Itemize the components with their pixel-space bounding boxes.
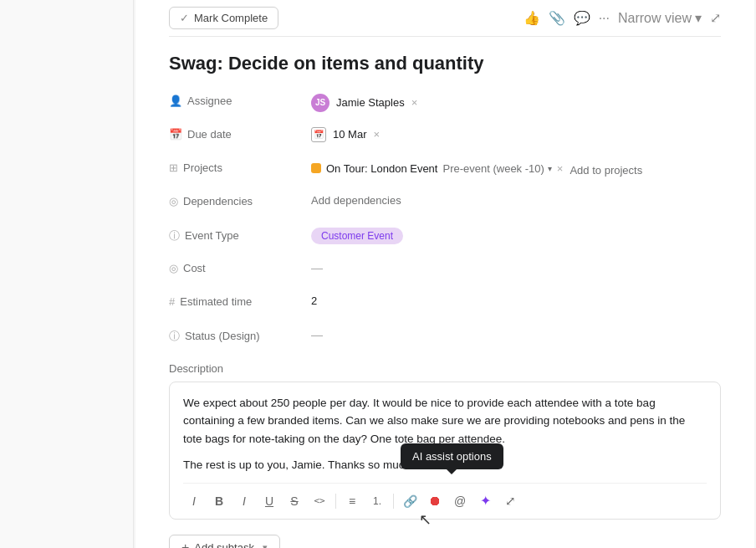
numbered-list-button[interactable]: 1. (366, 490, 388, 512)
due-date-text: 10 Mar (333, 128, 366, 141)
code-button[interactable]: <> (309, 490, 330, 512)
cost-icon: ◎ (169, 262, 178, 274)
due-date-cal-icon: 📅 (311, 127, 326, 142)
assignee-name: Jamie Staples (336, 96, 405, 109)
grid-icon: ⊞ (169, 161, 178, 174)
remove-due-date-button[interactable]: × (373, 129, 380, 140)
remove-project-button[interactable]: × (557, 163, 564, 174)
avatar: JS (311, 94, 329, 112)
projects-label: ⊞ Projects (169, 158, 311, 174)
description-content: We expect about 250 people per day. It w… (183, 394, 707, 474)
like-icon[interactable]: 👍 (524, 10, 540, 26)
remove-assignee-button[interactable]: × (411, 97, 418, 108)
estimated-time-value[interactable]: 2 (311, 292, 317, 307)
sidebar (0, 0, 134, 548)
event-type-icon: ⓘ (169, 228, 180, 243)
cost-value[interactable]: — (311, 259, 323, 274)
comment-icon[interactable]: 💬 (574, 10, 590, 26)
more-icon[interactable]: ··· (599, 11, 610, 26)
subtag-chevron: ▾ (548, 164, 552, 173)
estimated-time-label: # Estimated time (169, 292, 311, 308)
project-subtag[interactable]: Pre-event (week -10) ▾ (442, 162, 551, 175)
add-subtask-label: Add subtask (194, 541, 254, 548)
dependency-icon: ◎ (169, 195, 178, 207)
toolbar-divider-1 (335, 494, 336, 509)
top-bar: ✓ Mark Complete 👍 📎 💬 ··· Narrow view ▾ … (169, 0, 721, 37)
link-button[interactable]: 🔗 (399, 490, 421, 512)
description-paragraph-2: The rest is up to you, Jamie. Thanks so … (183, 456, 707, 474)
top-bar-actions: 👍 📎 💬 ··· Narrow view ▾ ⤢ (524, 10, 721, 26)
due-date-value[interactable]: 📅 10 Mar × (311, 125, 380, 142)
status-design-label: ⓘ Status (Design) (169, 325, 311, 344)
status-icon: ⓘ (169, 329, 180, 344)
ai-assist-button[interactable]: ✦ (474, 490, 496, 512)
narrow-view-label: Narrow view (618, 11, 692, 26)
project-name[interactable]: On Tour: London Event (326, 162, 437, 175)
cost-label: ◎ Cost (169, 259, 311, 274)
bullet-list-button[interactable]: ≡ (341, 490, 363, 512)
bold-button[interactable]: B (208, 490, 230, 512)
person-icon: 👤 (169, 95, 182, 107)
mention-button[interactable]: @ (449, 490, 471, 512)
event-type-label: ⓘ Event Type (169, 225, 311, 243)
description-section: Description We expect about 250 people p… (169, 362, 721, 520)
expand-icon[interactable]: ⤢ (710, 10, 721, 26)
add-subtask-container: + Add subtask ▾ (169, 535, 721, 548)
main-panel: ✓ Mark Complete 👍 📎 💬 ··· Narrow view ▾ … (135, 0, 754, 548)
assignee-value[interactable]: JS Jamie Staples × (311, 91, 417, 112)
description-label: Description (169, 362, 721, 375)
event-type-row: ⓘ Event Type Customer Event (169, 225, 721, 248)
italic2-button[interactable]: I (233, 490, 255, 512)
add-subtask-chevron: ▾ (263, 542, 268, 548)
project-color-dot (311, 163, 321, 173)
task-title[interactable]: Swag: Decide on items and quantity (169, 52, 721, 76)
event-type-badge: Customer Event (311, 228, 403, 244)
dependencies-value[interactable]: Add dependencies (311, 192, 401, 207)
italic-button[interactable]: I (183, 490, 205, 512)
calendar-icon: 📅 (169, 128, 182, 141)
narrow-view-chevron: ▾ (695, 10, 702, 26)
toolbar: AI assist options I B I U S <> ≡ 1. 🔗 ⏺ … (183, 483, 707, 519)
expand-button[interactable]: ⤢ (499, 490, 521, 512)
assignee-row: 👤 Assignee JS Jamie Staples × (169, 91, 721, 115)
record-button[interactable]: ⏺ (424, 490, 446, 512)
toolbar-divider-2 (393, 494, 394, 509)
status-design-value[interactable]: — (311, 325, 323, 341)
plus-icon: + (181, 540, 189, 548)
mark-complete-button[interactable]: ✓ Mark Complete (169, 7, 278, 29)
hash-icon: # (169, 295, 175, 308)
event-type-value[interactable]: Customer Event (311, 225, 403, 244)
estimated-time-row: # Estimated time 2 (169, 292, 721, 315)
underline-button[interactable]: U (258, 490, 280, 512)
dependencies-label: ◎ Dependencies (169, 192, 311, 207)
dependencies-row: ◎ Dependencies Add dependencies (169, 192, 721, 215)
cursor-icon: ↖ (419, 510, 432, 529)
projects-row: ⊞ Projects On Tour: London Event Pre-eve… (169, 158, 721, 182)
assignee-label: 👤 Assignee (169, 91, 311, 107)
add-to-projects-link[interactable]: Add to projects (570, 164, 642, 177)
add-dependencies-link[interactable]: Add dependencies (311, 194, 401, 207)
add-subtask-button[interactable]: + Add subtask ▾ (169, 535, 280, 548)
attachment-icon[interactable]: 📎 (549, 10, 565, 26)
mark-complete-label: Mark Complete (194, 12, 268, 24)
page-wrapper: ✓ Mark Complete 👍 📎 💬 ··· Narrow view ▾ … (0, 0, 756, 548)
description-paragraph-1: We expect about 250 people per day. It w… (183, 394, 707, 448)
description-box[interactable]: We expect about 250 people per day. It w… (169, 382, 721, 520)
projects-value: On Tour: London Event Pre-event (week -1… (311, 158, 642, 177)
narrow-view-toggle[interactable]: Narrow view ▾ (618, 10, 702, 26)
cost-row: ◎ Cost — (169, 259, 721, 282)
status-design-row: ⓘ Status (Design) — (169, 325, 721, 349)
due-date-row: 📅 Due date 📅 10 Mar × (169, 125, 721, 148)
due-date-label: 📅 Due date (169, 125, 311, 141)
check-icon: ✓ (180, 12, 189, 24)
strikethrough-button[interactable]: S (284, 490, 305, 512)
